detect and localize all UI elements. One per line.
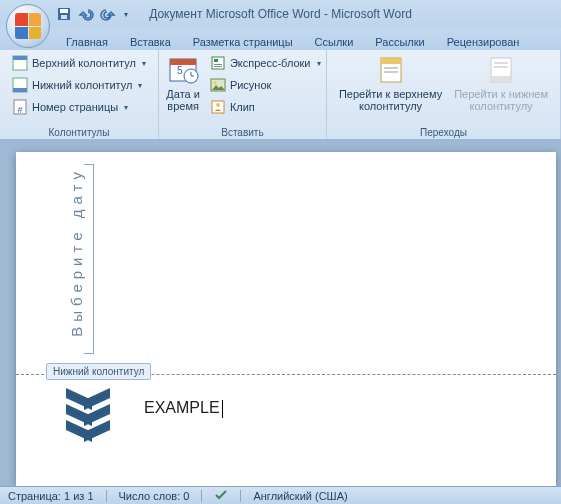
clip-button[interactable]: Клип: [206, 96, 325, 118]
goto-header-icon: [375, 54, 407, 86]
group-title: Колонтитулы: [0, 127, 158, 138]
svg-rect-22: [381, 58, 401, 64]
svg-rect-23: [384, 67, 398, 69]
tab-review[interactable]: Рецензирован: [437, 33, 530, 50]
footer-section-tab[interactable]: Нижний колонтитул: [46, 363, 151, 380]
svg-text:#: #: [17, 105, 22, 115]
svg-point-18: [213, 82, 216, 85]
page-number-icon: #: [12, 99, 28, 115]
svg-rect-15: [214, 64, 222, 65]
svg-point-20: [216, 103, 220, 107]
svg-rect-14: [214, 59, 218, 62]
qat-dropdown-icon[interactable]: ▾: [124, 10, 128, 19]
svg-text:5: 5: [177, 65, 183, 76]
status-bar: Страница: 1 из 1 Число слов: 0 Английски…: [0, 486, 561, 504]
chevron-graphic: [66, 394, 110, 442]
separator: [201, 490, 202, 502]
header-label: Верхний колонтитул: [32, 57, 136, 69]
quick-parts-icon: [210, 55, 226, 71]
goto-header-button[interactable]: Перейти к верхнему колонтитулу: [333, 52, 448, 114]
undo-icon[interactable]: [78, 6, 94, 22]
svg-rect-4: [13, 56, 27, 60]
svg-rect-26: [491, 76, 511, 82]
footer-icon: [12, 77, 28, 93]
clip-label: Клип: [230, 101, 255, 113]
office-logo-icon: [15, 13, 41, 39]
footer-button[interactable]: Нижний колонтитул ▾: [8, 74, 150, 96]
group-headers-footers: Верхний колонтитул ▾ Нижний колонтитул ▾…: [0, 50, 159, 139]
date-picker-placeholder[interactable]: Выберите дату: [68, 167, 85, 337]
svg-rect-27: [494, 62, 508, 64]
window-title: Документ Microsoft Office Word - Microso…: [149, 7, 412, 21]
footer-text-content[interactable]: EXAMPLE: [144, 399, 223, 418]
quick-access-toolbar: ▾: [56, 6, 128, 22]
tab-home[interactable]: Главная: [56, 33, 118, 50]
document-area: Выберите дату Нижний колонтитул EXAMPLE: [0, 140, 561, 486]
footer-label: Нижний колонтитул: [32, 79, 132, 91]
chevron-down-icon: ▾: [317, 59, 321, 68]
goto-footer-button: Перейти к нижнем колонтитулу: [448, 52, 554, 114]
chevron-down-icon: ▾: [138, 81, 142, 90]
status-page[interactable]: Страница: 1 из 1: [8, 490, 94, 502]
group-navigation: Перейти к верхнему колонтитулу Перейти к…: [327, 50, 561, 139]
header-icon: [12, 55, 28, 71]
tab-page-layout[interactable]: Разметка страницы: [183, 33, 303, 50]
separator: [106, 490, 107, 502]
goto-header-label: Перейти к верхнему колонтитулу: [339, 88, 442, 112]
svg-rect-24: [384, 71, 398, 73]
status-word-count[interactable]: Число слов: 0: [119, 490, 190, 502]
title-bar: ▾ Документ Microsoft Office Word - Micro…: [0, 0, 561, 28]
text-cursor: [222, 400, 223, 418]
tab-insert[interactable]: Вставка: [120, 33, 181, 50]
picture-button[interactable]: Рисунок: [206, 74, 325, 96]
svg-rect-6: [13, 88, 27, 92]
svg-rect-28: [494, 66, 508, 68]
quick-parts-button[interactable]: Экспресс-блоки ▾: [206, 52, 325, 74]
separator: [240, 490, 241, 502]
date-time-button[interactable]: 5 Дата и время: [160, 52, 206, 114]
chevron-down-icon: ▾: [124, 103, 128, 112]
page-number-button[interactable]: # Номер страницы ▾: [8, 96, 150, 118]
page-number-label: Номер страницы: [32, 101, 118, 113]
svg-rect-16: [214, 66, 222, 67]
header-button[interactable]: Верхний колонтитул ▾: [8, 52, 150, 74]
group-title: Переходы: [327, 127, 560, 138]
group-title: Вставить: [159, 127, 326, 138]
svg-rect-10: [170, 59, 196, 65]
quick-parts-label: Экспресс-блоки: [230, 57, 311, 69]
ribbon-tabs: Главная Вставка Разметка страницы Ссылки…: [0, 28, 561, 50]
redo-icon[interactable]: [100, 6, 116, 22]
svg-rect-1: [60, 9, 68, 13]
status-language[interactable]: Английский (США): [253, 490, 347, 502]
save-icon[interactable]: [56, 6, 72, 22]
clip-icon: [210, 99, 226, 115]
date-control-border: [84, 164, 94, 354]
svg-rect-2: [61, 15, 67, 19]
goto-footer-label: Перейти к нижнем колонтитулу: [454, 88, 548, 112]
goto-footer-icon: [485, 54, 517, 86]
proofing-icon[interactable]: [214, 488, 228, 504]
date-time-label: Дата и время: [166, 88, 200, 112]
chevron-down-icon: ▾: [142, 59, 146, 68]
ribbon: Верхний колонтитул ▾ Нижний колонтитул ▾…: [0, 50, 561, 140]
picture-label: Рисунок: [230, 79, 272, 91]
tab-mailings[interactable]: Рассылки: [365, 33, 434, 50]
group-insert: 5 Дата и время Экспресс-блоки ▾ Рисунок …: [159, 50, 327, 139]
svg-rect-13: [212, 57, 224, 69]
office-button[interactable]: [6, 4, 50, 48]
date-time-icon: 5: [167, 54, 199, 86]
page[interactable]: Выберите дату Нижний колонтитул EXAMPLE: [16, 152, 556, 486]
tab-references[interactable]: Ссылки: [305, 33, 364, 50]
picture-icon: [210, 77, 226, 93]
footer-text: EXAMPLE: [144, 399, 220, 416]
